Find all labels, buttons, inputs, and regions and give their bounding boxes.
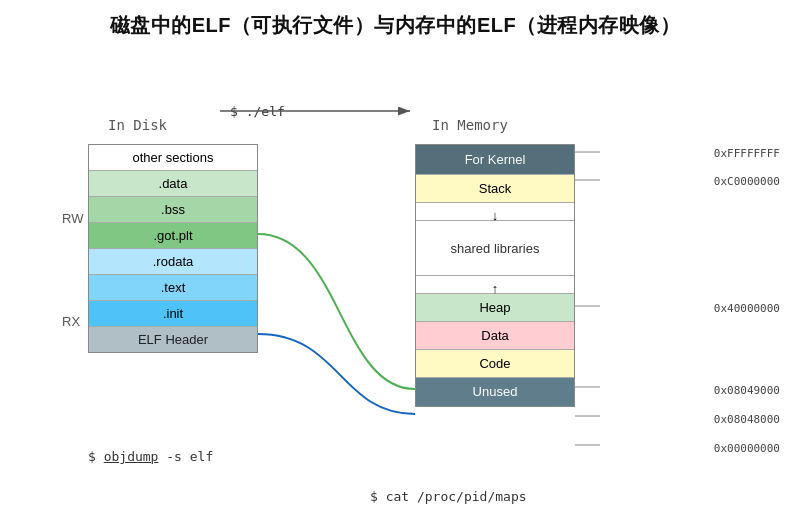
mem-section-unused: Unused bbox=[416, 378, 574, 406]
cmd-cat: $ cat /proc/pid/maps bbox=[370, 489, 527, 504]
in-disk-label: In Disk bbox=[108, 117, 167, 133]
in-memory-label: In Memory bbox=[432, 117, 508, 133]
addr-c0000000: 0xC0000000 bbox=[714, 175, 780, 188]
mem-section-code: Code bbox=[416, 350, 574, 378]
rw-label: RW bbox=[62, 211, 83, 226]
addr-08049000: 0x08049000 bbox=[714, 384, 780, 397]
addr-ffffffff: 0xFFFFFFFF bbox=[714, 147, 780, 160]
disk-section-gotplt: .got.plt bbox=[89, 223, 257, 249]
mem-section-heap-arrow: ↑ bbox=[416, 276, 574, 294]
cmd-run: $ ./elf bbox=[230, 104, 285, 119]
disk-section-elfheader: ELF Header bbox=[89, 327, 257, 352]
addr-40000000: 0x40000000 bbox=[714, 302, 780, 315]
rx-label: RX bbox=[62, 314, 80, 329]
disk-section-other: other sections bbox=[89, 145, 257, 171]
mem-block: For Kernel Stack ↓ shared libraries ↑ He… bbox=[415, 144, 575, 407]
addr-08048000: 0x08048000 bbox=[714, 413, 780, 426]
mem-section-heap: Heap bbox=[416, 294, 574, 322]
mem-section-stack-arrow: ↓ bbox=[416, 203, 574, 221]
mem-section-shared: shared libraries bbox=[416, 221, 574, 276]
disk-section-text: .text bbox=[89, 275, 257, 301]
cmd-objdump: $ objdump -s elf bbox=[88, 449, 213, 464]
mem-section-data: Data bbox=[416, 322, 574, 350]
disk-section-init: .init bbox=[89, 301, 257, 327]
disk-section-rodata: .rodata bbox=[89, 249, 257, 275]
disk-section-bss: .bss bbox=[89, 197, 257, 223]
disk-section-data: .data bbox=[89, 171, 257, 197]
main-title: 磁盘中的ELF（可执行文件）与内存中的ELF（进程内存映像） bbox=[0, 0, 790, 39]
addr-00000000: 0x00000000 bbox=[714, 442, 780, 455]
mem-section-kernel: For Kernel bbox=[416, 145, 574, 175]
disk-block: other sections .data .bss .got.plt .roda… bbox=[88, 144, 258, 353]
mem-section-stack: Stack bbox=[416, 175, 574, 203]
